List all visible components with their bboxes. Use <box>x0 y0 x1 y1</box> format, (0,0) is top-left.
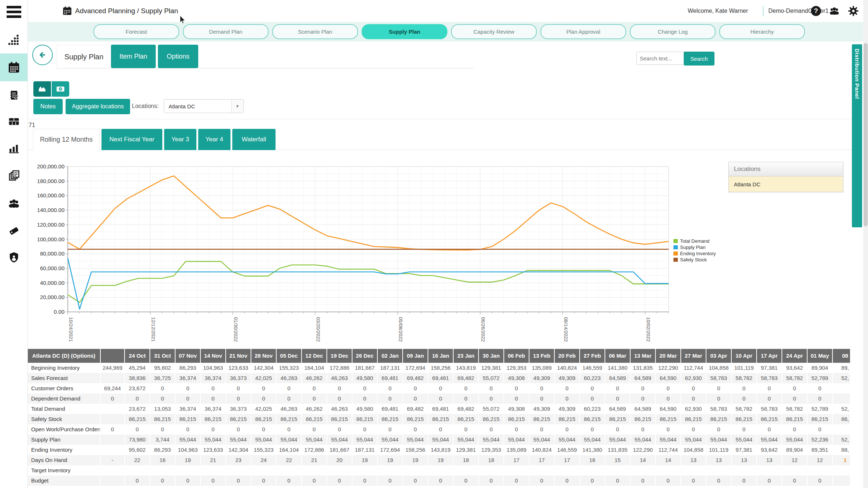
table-cell: 64,589 <box>631 404 656 414</box>
table-cell <box>201 465 226 476</box>
sidebar-item-security[interactable] <box>0 246 27 269</box>
aggregate-locations-button[interactable]: Aggregate locations <box>66 99 130 114</box>
table-cell: 86,215 <box>226 414 251 424</box>
location-list-item[interactable]: Atlanta DC <box>729 176 843 192</box>
sidebar-item-reports[interactable] <box>0 137 27 160</box>
sidebar-item-planning-calendar[interactable] <box>0 53 27 81</box>
table-cell: 0 <box>529 383 555 394</box>
table-cell: 0 <box>681 383 706 394</box>
table-cell: 0 <box>125 394 150 404</box>
table-cell <box>277 465 302 476</box>
table-cell: 86,215 <box>782 414 808 424</box>
legend-item[interactable]: Total Demand <box>673 238 716 244</box>
period-tab-year-4[interactable]: Year 4 <box>198 129 230 150</box>
shield-icon <box>8 252 20 263</box>
scrollbar-thumb[interactable] <box>864 43 868 226</box>
table-cell: 58,783 <box>706 404 732 414</box>
sidebar-item-documents[interactable] <box>0 164 27 187</box>
nav-tab-forecast[interactable]: Forecast <box>93 24 179 39</box>
legend-swatch <box>673 258 678 262</box>
table-cell: 86,215 <box>631 414 656 424</box>
table-cell: 129,381 <box>454 445 479 455</box>
table-cell: 0 <box>605 424 631 435</box>
table-cell: 0 <box>226 394 251 404</box>
table-cell: 140,824 <box>555 363 580 373</box>
nav-tab-capacity-review[interactable]: Capacity Review <box>451 24 537 39</box>
search-input[interactable] <box>636 52 686 65</box>
table-cell: 55,044 <box>454 435 479 445</box>
table-cell <box>732 465 757 476</box>
layout-panels-icon <box>8 116 20 127</box>
table-cell <box>226 465 251 476</box>
period-tab-waterfall[interactable]: Waterfall <box>232 129 276 150</box>
chart-legend: Total DemandSupply PlanEnding InventoryS… <box>673 238 716 263</box>
table-cell: 86,215 <box>277 414 302 424</box>
sidebar-item-users[interactable] <box>0 192 27 215</box>
table-cell: 0 <box>757 424 782 435</box>
table-cell: 58,782 <box>782 373 808 383</box>
nav-tab-plan-approval[interactable]: Plan Approval <box>540 24 626 39</box>
snapshot-button[interactable] <box>52 81 69 97</box>
table-cell: 55,044 <box>757 435 782 445</box>
table-cell <box>101 414 125 424</box>
search-button[interactable]: Search <box>684 52 714 66</box>
y-axis-tick-label: 0.00 <box>54 309 64 315</box>
table-cell: 69,481 <box>378 373 403 383</box>
table-cell: 0 <box>732 383 757 394</box>
table-cell: 0 <box>101 424 125 435</box>
legend-item[interactable]: Ending Inventory <box>673 250 716 257</box>
gear-icon[interactable] <box>848 5 859 16</box>
table-cell: 0 <box>631 394 656 404</box>
item-plan-button[interactable]: Item Plan <box>111 45 156 68</box>
hamburger-menu-icon[interactable] <box>7 6 21 20</box>
table-cell: 172,694 <box>403 363 428 373</box>
period-tab-rolling-12-months[interactable]: Rolling 12 Months <box>33 129 100 150</box>
table-cell: 0 <box>656 424 681 435</box>
period-tab-year-3[interactable]: Year 3 <box>164 129 196 150</box>
back-button[interactable] <box>32 45 53 65</box>
distribution-panel-tab[interactable]: Distribution Panel <box>852 44 862 227</box>
table-cell <box>302 465 327 476</box>
legend-item[interactable]: Safety Stock <box>673 257 716 263</box>
chart-view-button[interactable] <box>33 81 51 97</box>
nav-tab-scenario-plan[interactable]: Scenario Plan <box>272 24 358 39</box>
people-icon <box>8 197 20 210</box>
table-cell: 123,633 <box>226 363 251 373</box>
locations-dropdown[interactable]: Atlanta DC ▼ <box>164 99 244 113</box>
table-cell: 86,215 <box>808 414 833 424</box>
notes-button[interactable]: Notes <box>33 99 63 114</box>
table-cell: 0 <box>555 394 580 404</box>
table-col-header: 03 Apr <box>706 349 732 363</box>
row-label: Dependent Demand <box>27 394 101 404</box>
nav-tab-demand-plan[interactable]: Demand Plan <box>183 24 269 39</box>
table-col-header: 24 Oct <box>125 349 150 363</box>
table-cell: 0 <box>403 424 428 435</box>
table-cell: 46,263 <box>277 373 302 383</box>
help-icon[interactable]: ? <box>810 5 821 16</box>
legend-item[interactable]: Supply Plan <box>673 244 716 250</box>
view-title-tab[interactable]: Supply Plan <box>57 45 111 69</box>
subheader-underline <box>57 68 474 68</box>
period-tab-next-fiscal-year[interactable]: Next Fiscal Year <box>101 129 162 150</box>
x-axis-tick-label: 03/20/2022 <box>315 317 321 342</box>
table-cell <box>580 465 605 476</box>
table-cell: 0 <box>327 394 352 404</box>
users-icon[interactable] <box>829 5 840 16</box>
table-col-header: 07 Nov <box>176 349 201 363</box>
nav-tab-supply-plan[interactable]: Supply Plan <box>362 24 447 39</box>
sidebar-item-layout[interactable] <box>0 110 27 133</box>
row-count: 71 <box>29 122 35 128</box>
nav-tab-change-log[interactable]: Change Log <box>630 24 716 39</box>
table-row: Total Demand23,67213,05336,37436,37436,3… <box>27 404 850 414</box>
table-cell: 0 <box>150 424 176 435</box>
table-cell: 0 <box>555 476 580 486</box>
table-cell: 36,374 <box>201 404 226 414</box>
options-button[interactable]: Options <box>158 45 198 68</box>
table-cell: 0 <box>150 394 176 404</box>
sidebar-item-tags[interactable] <box>0 219 27 242</box>
sidebar-item-analytics[interactable] <box>0 29 27 52</box>
nav-tab-hierarchy[interactable]: Hierarchy <box>719 24 805 39</box>
y-axis-tick-label: 60,000.00 <box>40 265 64 271</box>
sidebar-item-notes[interactable] <box>0 83 27 107</box>
table-cell: 0 <box>251 476 277 486</box>
